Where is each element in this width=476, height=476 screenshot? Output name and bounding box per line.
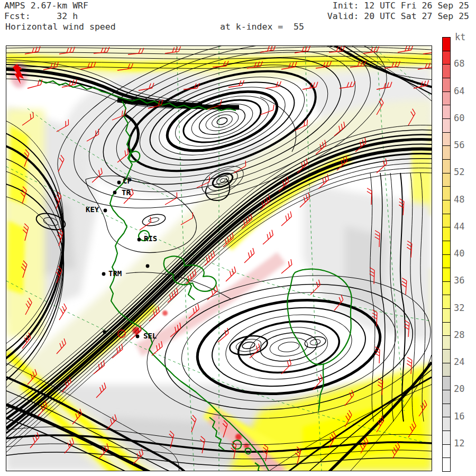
colorbar-tick-label: 24 [454, 358, 464, 367]
station-label: SEL [143, 332, 157, 340]
colorbar-segment [443, 323, 450, 336]
colorbar-segment [443, 65, 450, 78]
forecast-page: AMPS 2.67-km WRF Fcst: 32 h Horizontal w… [0, 0, 476, 476]
station-label: KEY [86, 205, 99, 214]
station-label: TRM [108, 269, 122, 278]
colorbar-segment [443, 417, 450, 431]
colorbar-segment [443, 51, 450, 65]
colorbar-tick-label: 52 [454, 168, 464, 177]
forecast-hour: Fcst: 32 h [4, 12, 78, 21]
colorbar-segment [443, 160, 450, 173]
station-label: TR [122, 188, 131, 197]
colorbar-segment [443, 200, 450, 214]
colorbar-segment [443, 133, 450, 147]
station-label: RIS [144, 234, 157, 243]
map-frame: CPTRKEYRISTRMSEL [6, 45, 432, 471]
station-dot [102, 272, 106, 276]
station-dot [104, 209, 107, 213]
colorbar-segment [443, 458, 450, 471]
colorbar-tick-label: 48 [454, 195, 464, 204]
station-dot [103, 331, 107, 334]
colorbar-segment [443, 363, 450, 377]
colorbar-segment [443, 227, 450, 241]
field-title: Horizontal wind speed [5, 23, 116, 32]
colorbar-segment [443, 38, 450, 51]
valid-time: Valid: 20 UTC Sat 27 Sep 25 [327, 12, 469, 21]
colorbar-legend [442, 37, 451, 472]
colorbar-segment [443, 173, 450, 187]
colorbar-segment [443, 431, 450, 445]
colorbar-segment [443, 350, 450, 363]
colorbar-segment [443, 295, 450, 309]
colorbar-unit-label: kt [455, 33, 465, 42]
colorbar-tick-label: 36 [454, 276, 464, 285]
colorbar-tick-label: 56 [454, 141, 464, 150]
colorbar-segment [443, 282, 450, 296]
colorbar-segment [443, 268, 450, 282]
colorbar-tick-label: 20 [454, 385, 464, 393]
colorbar-segment [443, 255, 450, 269]
colorbar-segment [443, 187, 450, 200]
colorbar-tick-label: 68 [454, 59, 464, 68]
init-time: Init: 12 UTC Fri 26 Sep 25 [333, 2, 469, 11]
colorbar-segment [443, 241, 450, 255]
level-label: at k-index = 55 [220, 23, 304, 32]
colorbar-segment [443, 336, 450, 350]
colorbar-tick-label: 64 [454, 87, 464, 96]
wind-speed-map: CPTRKEYRISTRMSEL [6, 46, 432, 471]
station-dot [138, 238, 141, 242]
colorbar-tick-label: 40 [454, 249, 464, 258]
station-label: CP [123, 177, 132, 185]
station-dot [136, 335, 140, 338]
station-dot [146, 264, 150, 268]
model-title: AMPS 2.67-km WRF [4, 2, 88, 11]
colorbar-segment [443, 377, 450, 390]
colorbar-tick-label: 12 [454, 439, 464, 448]
colorbar-segment [443, 119, 450, 133]
colorbar-segment [443, 309, 450, 323]
colorbar-segment [443, 78, 450, 92]
colorbar-segment [443, 105, 450, 119]
colorbar-tick-label: 28 [454, 331, 464, 340]
colorbar-segment [443, 146, 450, 160]
station-dot [113, 191, 117, 195]
colorbar-segment [443, 404, 450, 418]
colorbar-tick-label: 44 [454, 222, 464, 231]
colorbar-segment [443, 390, 450, 404]
colorbar-segment [443, 214, 450, 228]
colorbar-tick-label: 32 [454, 304, 464, 313]
colorbar-tick-label: 16 [454, 412, 464, 421]
colorbar-segment [443, 445, 450, 459]
colorbar-segment [443, 92, 450, 106]
colorbar-tick-label: 60 [454, 114, 464, 123]
station-dot [117, 181, 121, 185]
